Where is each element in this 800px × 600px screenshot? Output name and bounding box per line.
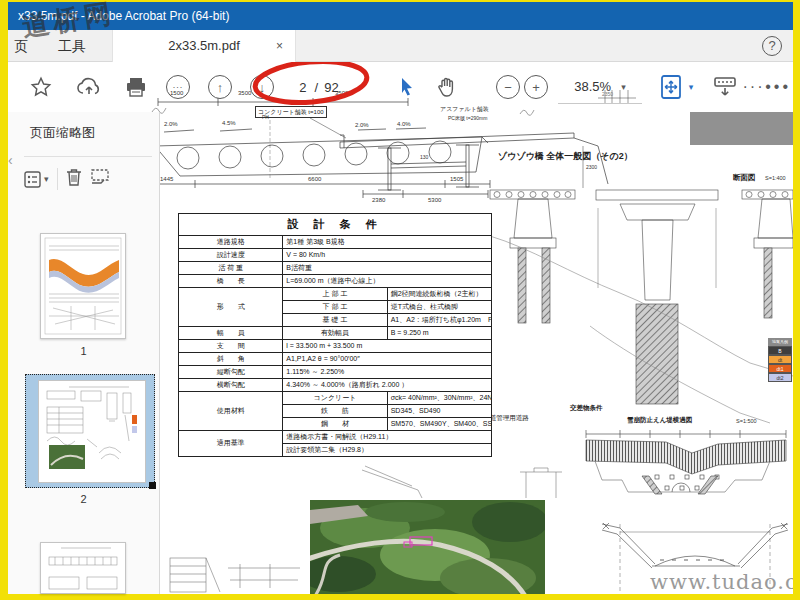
favorites-star-icon[interactable] xyxy=(29,62,53,112)
divider xyxy=(24,156,152,157)
zoom-caret-icon[interactable]: ▾ xyxy=(621,82,626,92)
previous-page-icon[interactable]: ↑ xyxy=(208,62,232,112)
thumbnail-2-label: 2 xyxy=(8,493,159,505)
soil-legend-row: dt2 xyxy=(768,373,792,382)
design-table-row: 設計速度V = 80 Km/h xyxy=(179,249,492,262)
more-pages-icon[interactable]: ... xyxy=(166,62,190,112)
page-thumbnail-2-selected[interactable] xyxy=(25,374,155,488)
photo-graphic xyxy=(310,500,545,594)
site-aerial-photo xyxy=(310,500,545,594)
soil-legend-title: 地質凡例 xyxy=(768,338,792,346)
window-title: x33.5m.pdf - Adobe Acrobat Pro (64-bit) xyxy=(18,9,229,23)
fit-page-caret-icon[interactable]: ▾ xyxy=(684,62,698,112)
zoom-out-icon[interactable]: − xyxy=(496,62,520,112)
cut-page-icon[interactable] xyxy=(90,168,110,190)
window-titlebar: x33.5m.pdf - Adobe Acrobat Pro (64-bit) xyxy=(8,2,793,30)
delete-pages-icon[interactable] xyxy=(66,168,82,190)
dam-title: 雪崩防止えん堤横過図 xyxy=(627,416,692,425)
dim-label: 2300 xyxy=(586,164,597,170)
dim-label: 130 xyxy=(420,154,428,160)
thumbnail-options-icon[interactable]: ▾ xyxy=(24,171,49,188)
print-icon[interactable] xyxy=(124,62,148,112)
page-thumbnail-1[interactable] xyxy=(40,233,126,339)
soil-legend: 地質凡例 Bdtdt1dt2 xyxy=(768,338,792,382)
thumbnail-3-preview xyxy=(41,543,125,593)
total-pages: 92 xyxy=(318,80,344,95)
slope-label: 2.0% xyxy=(355,122,369,128)
design-table-title: 設 計 条 件 xyxy=(179,214,492,236)
screenshot-frame: x33.5m.pdf - Adobe Acrobat Pro (64-bit) … xyxy=(0,0,800,600)
current-page[interactable]: 2 xyxy=(291,80,314,95)
soil-legend-row: dt xyxy=(768,355,792,364)
dim-label: 1505 xyxy=(450,176,463,182)
soil-legend-row: B xyxy=(768,346,792,355)
hand-tool-icon[interactable] xyxy=(434,62,460,112)
design-table-row: 横断勾配4.340% ～ 4.000%（路肩折れ 2.000 ） xyxy=(179,379,492,392)
tab-bar: 页 工具 2x33.5m.pdf × xyxy=(8,30,793,62)
design-table-row: 斜 角A1,P1,A2 θ = 90°00′00″ xyxy=(179,353,492,366)
soil-legend-row: dt1 xyxy=(768,364,792,373)
dim-label: 6600 xyxy=(308,176,321,182)
design-table-row: 縦断勾配1.115% ～ 2.250% xyxy=(179,366,492,379)
zoom-level-value[interactable]: 38.5% xyxy=(574,79,611,94)
tab-tools[interactable]: 工具 xyxy=(42,30,102,62)
tudao-watermark: www.tudao.com xyxy=(650,570,800,594)
thumbnail-1-preview xyxy=(41,234,125,338)
divider xyxy=(57,168,58,190)
design-table-row: 適用基準道路橋示方書・同解説（H29.11） xyxy=(179,431,492,444)
main-toolbar: ... ↑ ↓ 2 / 92 − + 38.5% ▾ xyxy=(8,62,793,112)
design-conditions-table: 設 計 条 件 道路規格第1種 第3級 B規格設計速度V = 80 Km/h活 … xyxy=(178,213,492,457)
drawing-title: ゾウゾウ橋 全体一般図（その2） xyxy=(498,150,633,163)
help-icon[interactable]: ? xyxy=(762,36,782,56)
collapse-toolbar-icon[interactable] xyxy=(710,62,740,112)
zoom-in-icon[interactable]: + xyxy=(524,62,548,112)
design-table-row: 活 荷 重B活荷重 xyxy=(179,262,492,275)
design-table-row: 幅 員有効幅員B = 9.250 m xyxy=(179,327,492,340)
sidebar-title: 页面缩略图 xyxy=(30,124,95,142)
more-tools-icon[interactable]: ...••• xyxy=(750,62,784,112)
design-table-row: 橋 長L=69.000 m（道路中心線上） xyxy=(179,275,492,288)
pdf-page[interactable]: 1500 3500 3500 コンクリート舗装 t=100 2.0% 4.5% … xyxy=(150,88,793,594)
slope-label: 2.0% xyxy=(164,121,178,127)
tab-close-icon[interactable]: × xyxy=(276,30,283,62)
thumbnails-sidebar: ‹ 页面缩略图 ▾ xyxy=(8,112,160,594)
dim-label: 2380 xyxy=(372,197,385,203)
tab-document-label: 2x33.5m.pdf xyxy=(168,38,240,53)
zoom-level-control[interactable]: 38.5% ▾ xyxy=(558,70,642,104)
thumbnail-2-preview xyxy=(39,381,145,482)
thumbnail-toolbar: ▾ xyxy=(24,162,154,196)
design-table-row: 道路規格第1種 第3級 B規格 xyxy=(179,236,492,249)
next-page-icon[interactable]: ↓ xyxy=(250,62,274,112)
select-tool-icon[interactable] xyxy=(396,62,418,112)
dam-scale: S=1:500 xyxy=(736,418,757,424)
tab-home[interactable]: 页 xyxy=(8,30,34,62)
surface-label: PC床版 t=290mm xyxy=(448,115,487,121)
slope-label: 4.5% xyxy=(222,120,236,126)
thumbnail-1-label: 1 xyxy=(8,345,159,357)
tab-document[interactable]: 2x33.5m.pdf × xyxy=(112,30,296,62)
panel-collapse-icon[interactable]: ‹ xyxy=(8,152,13,168)
crossing-label: 交差物条件 xyxy=(570,404,603,413)
selection-resize-handle[interactable] xyxy=(149,482,156,489)
dim-label: 5300 xyxy=(428,197,441,203)
share-upload-icon[interactable] xyxy=(76,62,102,112)
ph-label: PH xyxy=(262,114,269,120)
dim-label: 1445 xyxy=(160,176,173,182)
page-number-indicator[interactable]: 2 / 92 xyxy=(276,62,360,112)
design-table-row: 形 式上 部 工鋼2径間連続鈑桁橋（2主桁） xyxy=(179,288,492,301)
section-view-scale: S=1:400 xyxy=(765,175,786,181)
section-view-label: 断面図 xyxy=(733,173,756,183)
fit-page-icon[interactable] xyxy=(656,62,686,112)
design-table-row: 支 間l = 33.500 m + 33.500 m xyxy=(179,340,492,353)
design-table-row: 使用材料コンクリートσck= 40N/mm²、30N/mm²、24N/mm² xyxy=(179,392,492,405)
slope-label: 4.0% xyxy=(397,121,411,127)
page-thumbnail-2[interactable] xyxy=(38,380,146,483)
thumbnail-options-caret-icon: ▾ xyxy=(44,174,49,184)
page-thumbnail-3[interactable] xyxy=(40,542,126,594)
